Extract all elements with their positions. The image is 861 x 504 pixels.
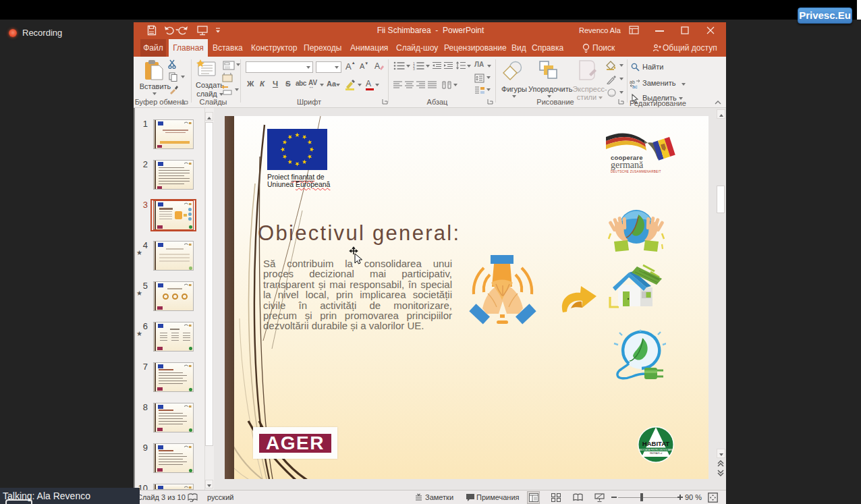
svg-text:ab: ab (630, 80, 635, 84)
svg-text:HABITAT: HABITAT (642, 440, 669, 447)
svg-text:3: 3 (413, 67, 415, 70)
svg-text:REZINA R-ul: REZINA R-ul (650, 452, 663, 455)
svg-text:ASOCIAŢIA PENTRU DEZVOLTARE: ASOCIAŢIA PENTRU DEZVOLTARE (639, 449, 672, 451)
svg-text:ac: ac (632, 84, 638, 88)
svg-text:А: А (374, 61, 380, 71)
